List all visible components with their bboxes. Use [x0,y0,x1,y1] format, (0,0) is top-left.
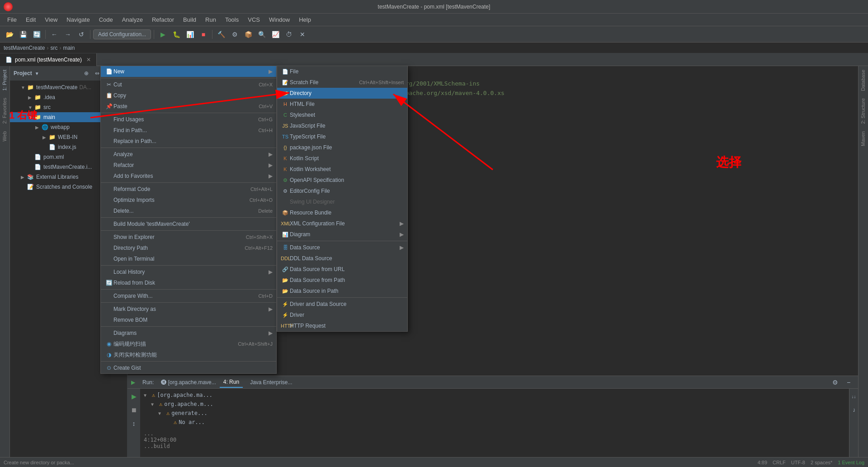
run-button[interactable]: ▶ [157,29,169,40]
ctx-find-in-path[interactable]: Find in Path... Ctrl+H [101,125,276,136]
run-minimize-button[interactable]: − [843,376,854,388]
sub-datasource-in-path[interactable]: 📂 Data Source in Path [277,286,407,296]
sub-xml-config[interactable]: XML XML Configuration File ▶ [277,218,407,229]
sync-button[interactable]: 🔄 [31,29,42,40]
sub-stylesheet[interactable]: C Stylesheet [277,110,407,120]
run-wrap-button[interactable]: ⤸ [848,404,859,416]
sub-data-source[interactable]: 🗄 Data Source ▶ [277,242,407,253]
ctx-directory-path[interactable]: Directory Path Ctrl+Alt+F12 [101,243,276,253]
sub-kotlin-worksheet[interactable]: K Kotlin Worksheet [277,164,407,175]
ctx-open-terminal[interactable]: Open in Terminal [101,253,276,264]
sub-kotlin-script[interactable]: K Kotlin Script [277,153,407,164]
ctx-toggle-detect[interactable]: ◑ 关闭实时检测功能 [101,349,276,360]
ctx-paste[interactable]: 📌 Paste Ctrl+V [101,101,276,112]
locate-button[interactable]: ⊕ [82,69,91,78]
ctx-copy[interactable]: 📋 Copy [101,90,276,101]
run-scroll-button[interactable]: ↕ [128,418,140,429]
charset[interactable]: UTF-8 [791,460,805,465]
left-panel-project[interactable]: 1: Project [0,66,9,94]
menu-refactor[interactable]: Refactor [148,15,178,24]
menu-vcs[interactable]: VCS [244,15,264,24]
sub-directory[interactable]: 📁 Directory [277,88,407,99]
ctx-reformat[interactable]: Reformat Code Ctrl+Alt+L [101,184,276,195]
sub-file[interactable]: 📄 File [277,66,407,77]
sub-scratch-file[interactable]: 📝 Scratch File Ctrl+Alt+Shift+Insert [277,77,407,88]
ctx-mark-directory[interactable]: Mark Directory as ▶ [101,304,276,315]
sdk-button[interactable]: 📦 [242,29,254,40]
breadcrumb-src[interactable]: src [50,45,57,51]
sub-datasource-url[interactable]: 🔗 Data Source from URL [277,264,407,275]
ctx-cut[interactable]: ✂ Cut Ctrl+X [101,79,276,90]
ctx-reload-disk[interactable]: 🔄 Reload from Disk [101,277,276,288]
build-button[interactable]: 🔨 [215,29,227,40]
sub-ddl-datasource[interactable]: DDL DDL Data Source [277,253,407,264]
menu-run[interactable]: Run [202,15,220,24]
menu-file[interactable]: File [4,15,20,24]
sub-diagram[interactable]: 📊 Diagram ▶ [277,229,407,240]
breadcrumb-project[interactable]: testMavenCreate [4,45,45,51]
right-panel-maven[interactable]: Maven [859,128,868,150]
sub-driver[interactable]: ⚡ Driver [277,310,407,320]
sub-package-json[interactable]: {} package.json File [277,142,407,153]
run-tree-item-2[interactable]: ▼ ⚠ org.apache.m... [144,400,845,409]
line-ending[interactable]: CRLF [773,460,786,465]
menu-edit[interactable]: Edit [22,15,39,24]
ctx-diagrams[interactable]: Diagrams ▶ [101,328,276,338]
run-settings-button[interactable]: ⚙ [829,376,841,388]
menu-view[interactable]: View [41,15,61,24]
sub-ts[interactable]: TS TypeScript File [277,131,407,142]
search-everywhere-button[interactable]: 🔍 [256,29,268,40]
run-with-coverage-button[interactable]: 📊 [184,29,196,40]
stop-button[interactable]: ■ [198,29,209,40]
ctx-create-gist[interactable]: ⊙ Create Gist [101,362,276,373]
ctx-code-scan[interactable]: ◉ 编码规约扫描 Ctrl+Alt+Shift+J [101,338,276,349]
close-button[interactable]: ✕ [297,29,308,40]
ctx-local-history[interactable]: Local History ▶ [101,267,276,277]
ctx-new[interactable]: 📄 New ▶ [101,66,276,77]
open-folder-button[interactable]: 📂 [4,29,15,40]
indent-size[interactable]: 2 spaces* [811,460,832,465]
run-tree-item-3[interactable]: ▼ ⚠ generate... [144,409,845,418]
menu-code[interactable]: Code [95,15,117,24]
right-panel-database[interactable]: Database [859,66,868,95]
ctx-analyze[interactable]: Analyze ▶ [101,149,276,160]
coverage-button[interactable]: 📈 [269,29,281,40]
tab-close-icon[interactable]: ✕ [86,57,91,63]
back-button[interactable]: ← [48,29,60,40]
run-stop-button[interactable]: ⏹ [128,404,140,416]
tab-pom-xml[interactable]: 📄 pom.xml (testMavenCreate) ✕ [0,53,97,66]
sub-driver-datasource[interactable]: ⚡ Driver and Data Source [277,299,407,310]
sub-openapi[interactable]: ⚙ OpenAPI Specification [277,175,407,186]
ctx-replace-in-path[interactable]: Replace in Path... [101,136,276,147]
breadcrumb-main[interactable]: main [63,45,75,51]
menu-analyze[interactable]: Analyze [118,15,146,24]
run-tree-item-4[interactable]: ⚠ No ar... [144,418,845,427]
run-scroll-end-button[interactable]: ↓↓ [848,391,859,402]
menu-tools[interactable]: Tools [222,15,242,24]
ctx-refactor[interactable]: Refactor ▶ [101,160,276,171]
sub-resource-bundle[interactable]: 📦 Resource Bundle [277,207,407,218]
sidebar-dropdown-icon[interactable]: ▼ [35,71,39,76]
run-configuration[interactable]: Add Configuration... [93,29,151,39]
settings-button[interactable]: ⚙ [229,29,241,40]
run-tab-4[interactable]: 4: Run [220,377,243,388]
sub-html[interactable]: H HTML File [277,99,407,110]
run-tree-root[interactable]: ▼ ⚠ [org.apache.ma... [144,391,845,400]
revert-button[interactable]: ↺ [75,29,87,40]
ctx-remove-bom[interactable]: Remove BOM [101,315,276,325]
left-panel-web[interactable]: Web [0,128,9,145]
menu-build[interactable]: Build [179,15,200,24]
ctx-delete[interactable]: Delete... Delete [101,205,276,216]
ctx-compare[interactable]: Compare With... Ctrl+D [101,291,276,301]
left-panel-favorites[interactable]: 2: Favorites [0,94,9,127]
ctx-optimize-imports[interactable]: Optimize Imports Ctrl+Alt+O [101,195,276,205]
run-play-button[interactable]: ▶ [128,391,140,402]
ctx-find-usages[interactable]: Find Usages Ctrl+G [101,114,276,125]
ctx-add-favorites[interactable]: Add to Favorites ▶ [101,171,276,181]
forward-button[interactable]: → [62,29,74,40]
ctx-build-module[interactable]: Build Module 'testMavenCreate' [101,219,276,229]
menu-navigate[interactable]: Navigate [63,15,93,24]
sub-editorconfig[interactable]: ⚙ EditorConfig File [277,186,407,196]
menu-window[interactable]: Window [265,15,293,24]
sub-http[interactable]: HTTP HTTP Request [277,320,407,331]
